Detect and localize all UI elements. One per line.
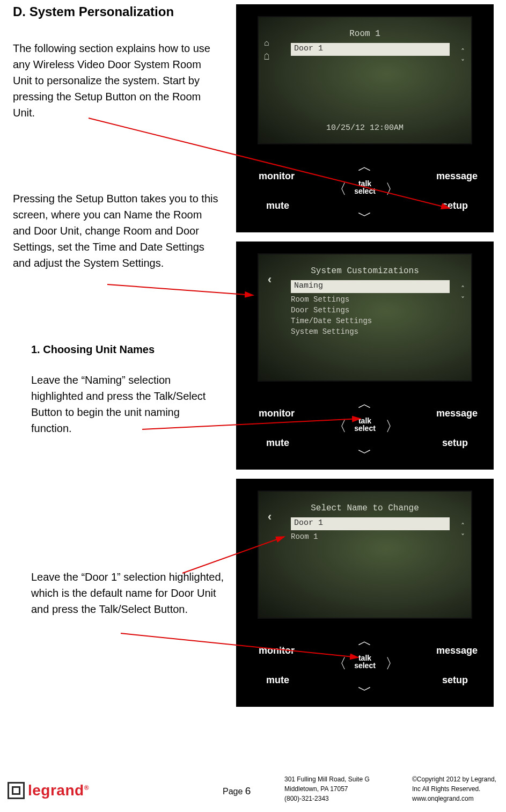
paragraph-setup-screen: Pressing the Setup Button takes you to t…: [13, 191, 222, 271]
mute-button[interactable]: mute: [266, 675, 289, 686]
screen2-line: Room Settings: [291, 295, 450, 304]
device-photo-2: legrand ‹ System Customizations Naming R…: [236, 242, 494, 470]
back-icon: ‹: [266, 511, 273, 524]
screen3-line: Room 1: [291, 532, 450, 541]
dpad-3: ︿ ﹀ 〈 〉 monitor mute message setup talks…: [236, 621, 494, 707]
scroll-arrows-icon: ˄˅: [461, 524, 465, 540]
screen3-title: Select Name to Change: [259, 503, 471, 513]
back-icon: ‹: [266, 274, 273, 287]
screen2-title: System Customizations: [259, 266, 471, 276]
screen1-datetime: 10/25/12 12:00AM: [259, 123, 471, 133]
dpad-1: ︿ ﹀ 〈 〉 monitor mute message setup talks…: [236, 147, 494, 232]
device-screen-2: ‹ System Customizations Naming Room Sett…: [258, 253, 472, 382]
screen1-selected-field: Door 1: [291, 43, 450, 56]
screen1-title: Room 1: [259, 29, 471, 39]
talk-select-button[interactable]: talkselect: [236, 654, 494, 669]
setup-button[interactable]: setup: [442, 200, 468, 211]
screen2-highlight: Naming: [291, 280, 450, 293]
scroll-arrows-icon: ˄˅: [461, 49, 465, 65]
talk-select-button[interactable]: talkselect: [236, 417, 494, 432]
paragraph-door1: Leave the “Door 1” selection highlighted…: [31, 569, 224, 617]
logo-icon: [8, 782, 25, 799]
setup-button[interactable]: setup: [442, 437, 468, 449]
screen2-line: Door Settings: [291, 306, 450, 314]
mute-button[interactable]: mute: [266, 437, 289, 449]
dpad-2: ︿ ﹀ 〈 〉 monitor mute message setup talks…: [236, 384, 494, 470]
home-icon: ⌂☖: [264, 36, 269, 64]
device-screen-3: ‹ Select Name to Change Door 1 Room 1 ˄˅: [258, 491, 472, 619]
device-photo-3: legrand ‹ Select Name to Change Door 1 R…: [236, 479, 494, 707]
legrand-logo: legrand®: [8, 782, 89, 799]
paragraph-naming: Leave the “Naming” selection highlighted…: [31, 372, 214, 436]
talk-select-button[interactable]: talkselect: [236, 180, 494, 195]
page-number: Page 6: [223, 785, 251, 797]
device-screen-1: ⌂☖ Room 1 Door 1 ˄˅ 10/25/12 12:00AM: [258, 16, 472, 144]
logo-text: legrand®: [28, 782, 89, 799]
screen2-line: System Settings: [291, 327, 450, 336]
svg-line-1: [107, 284, 253, 295]
footer-address: 301 Fulling Mill Road, Suite G Middletow…: [284, 774, 370, 803]
mute-button[interactable]: mute: [266, 200, 289, 211]
screen2-line: Time/Date Settings: [291, 317, 450, 325]
device-photo-1: legrand ⌂☖ Room 1 Door 1 ˄˅ 10/25/12 12:…: [236, 4, 494, 232]
subheading-unit-names: 1. Choosing Unit Names: [31, 343, 155, 356]
footer-copyright: ©Copyright 2012 by Legrand, Inc All Righ…: [412, 774, 496, 803]
section-heading: D. System Personalization: [13, 4, 174, 19]
scroll-arrows-icon: ˄˅: [461, 287, 465, 303]
setup-button[interactable]: setup: [442, 675, 468, 686]
paragraph-intro: The following section explains how to us…: [13, 40, 217, 121]
screen3-highlight: Door 1: [291, 517, 450, 530]
